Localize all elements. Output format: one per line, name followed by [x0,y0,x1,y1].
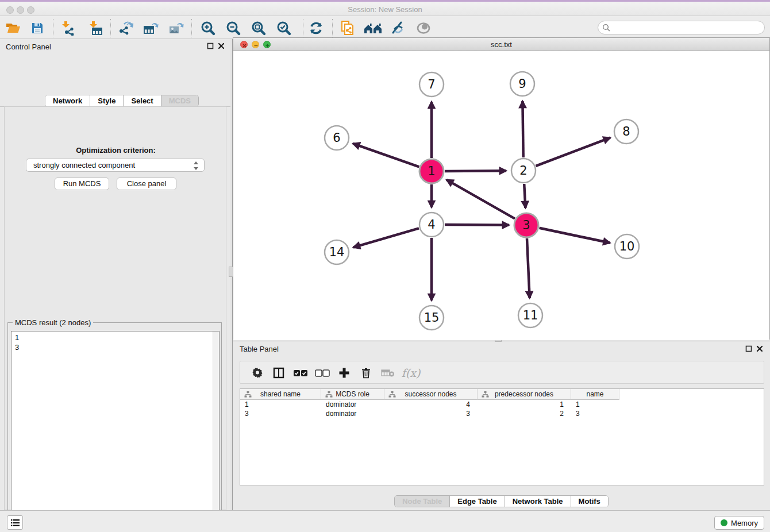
memory-button[interactable]: Memory [714,516,764,530]
memory-label: Memory [731,519,758,527]
node-10[interactable]: 10 [615,234,639,259]
apply-layout-icon[interactable] [306,20,326,37]
zoom-out-icon[interactable] [224,20,243,37]
edge-4-3[interactable] [445,225,509,225]
table-cell: 3 [240,410,321,419]
network-window-titlebar[interactable]: scc.txt [233,38,769,51]
deselect-all-icon[interactable] [313,364,332,381]
close-panel-icon[interactable] [218,43,225,49]
table-cell: 1 [571,400,619,410]
node-9[interactable]: 9 [510,72,534,96]
add-column-icon[interactable] [335,364,353,381]
control-panel-tabs: NetworkStyleSelectMCDS [45,95,199,107]
mcds-result-line: 1 [15,333,219,342]
close-panel-button[interactable]: Close panel [117,178,176,190]
show-all-icon[interactable] [414,20,433,37]
node-3[interactable]: 3 [514,213,538,237]
edge-3-10[interactable] [540,228,610,243]
export-table-icon[interactable] [141,20,160,37]
table-cell: 1 [240,400,321,410]
task-history-button[interactable] [7,515,23,530]
table-row[interactable]: 1dominator411 [240,400,619,410]
node-15[interactable]: 15 [419,306,444,330]
float-panel-icon[interactable] [745,345,752,352]
table-settings-gear-icon[interactable] [248,364,267,381]
tab-network-table[interactable]: Network Table [505,496,571,507]
edge-2-9[interactable] [522,101,523,157]
export-network-icon[interactable] [116,20,135,37]
node-6[interactable]: 6 [325,126,349,150]
delete-column-icon[interactable] [357,364,375,381]
mcds-result-text[interactable]: 13 [11,331,220,532]
import-network-icon[interactable] [58,20,78,37]
table-panel: Table Panel [233,342,770,510]
scrollbar-track[interactable] [213,331,219,532]
export-image-icon[interactable] [166,20,186,37]
zoom-in-icon[interactable] [198,20,218,37]
svg-text:3: 3 [522,218,530,232]
zoom-fit-icon[interactable] [249,20,268,37]
mcds-result-title: MCDS result (2 nodes) [13,318,93,327]
svg-text:7: 7 [428,78,435,91]
search-input[interactable] [611,22,764,33]
network-canvas[interactable]: 1234678910111415 [233,51,769,340]
svg-text:2: 2 [519,164,527,178]
column-header-shared-name[interactable]: shared name [240,389,321,400]
save-session-icon[interactable] [28,20,47,37]
edge-3-1[interactable] [446,180,515,219]
open-file-icon[interactable] [3,20,23,37]
close-panel-icon[interactable] [756,345,763,352]
tab-network[interactable]: Network [45,95,90,106]
table-panel-title: Table Panel [240,345,279,353]
tab-style[interactable]: Style [90,95,124,106]
hide-selected-icon[interactable] [388,20,407,37]
mcds-result-line: 3 [15,342,219,352]
node-4[interactable]: 4 [419,213,444,237]
table-row[interactable]: 3dominator323 [240,410,619,419]
mcds-result-box: MCDS result (2 nodes) 13 [7,322,222,532]
column-header-MCDS-role[interactable]: MCDS role [321,389,384,400]
window-title: Session: New Session [0,5,770,14]
table-tabs: Node TableEdge TableNetwork TableMotifs [394,495,609,507]
table-cell: 4 [384,400,478,410]
criterion-select[interactable]: strongly connected component [26,159,205,172]
table-toolbar: f(x) [240,361,764,384]
tab-motifs[interactable]: Motifs [571,496,608,507]
select-all-icon[interactable] [291,364,310,381]
show-columns-icon[interactable] [270,364,288,381]
node-2[interactable]: 2 [511,159,536,183]
tab-edge-table[interactable]: Edge Table [450,496,505,507]
node-1[interactable]: 1 [419,159,444,183]
tab-node-table[interactable]: Node Table [395,496,450,507]
node-11[interactable]: 11 [518,303,542,327]
control-panel-title: Control Panel [6,43,51,51]
clone-network-icon[interactable] [338,20,357,37]
network-window-title: scc.txt [233,40,769,49]
node-7[interactable]: 7 [419,72,444,97]
network-view-window: scc.txt 1234678910111415 [233,37,770,340]
search-field[interactable] [598,21,765,34]
application-window: Session: New Session [0,0,770,532]
edge-4-14[interactable] [353,228,419,247]
node-8[interactable]: 8 [614,119,638,144]
run-mcds-button[interactable]: Run MCDS [55,178,109,190]
svg-text:10: 10 [619,240,635,253]
column-header-predecessor-nodes[interactable]: predecessor nodes [478,389,571,400]
column-header-name[interactable]: name [571,389,619,400]
column-header-successor-nodes[interactable]: successor nodes [384,389,478,400]
toolbar-separator [332,19,333,37]
edge-2-8[interactable] [536,138,611,166]
first-neighbors-icon[interactable] [363,20,383,37]
zoom-selected-icon[interactable] [274,20,294,37]
edge-3-11[interactable] [527,238,530,298]
titlebar: Session: New Session [0,0,770,16]
tab-mcds[interactable]: MCDS [161,95,198,106]
tab-select[interactable]: Select [124,95,161,106]
edge-2-3[interactable] [524,184,525,208]
svg-text:4: 4 [428,218,435,232]
edge-1-2[interactable] [445,171,506,171]
float-panel-icon[interactable] [207,43,214,49]
import-table-icon[interactable] [86,20,105,37]
edge-1-6[interactable] [353,144,419,167]
node-14[interactable]: 14 [325,240,349,264]
